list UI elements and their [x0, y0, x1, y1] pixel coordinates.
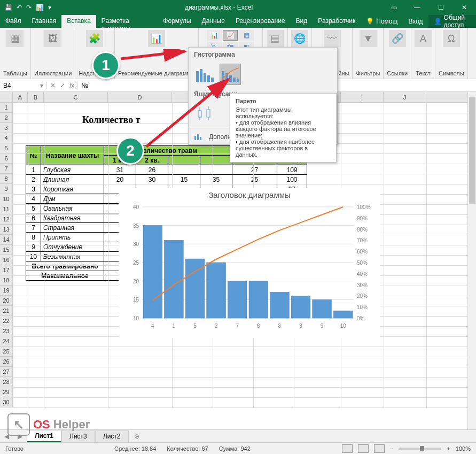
chart-title: Заголовок диаграммы — [119, 188, 380, 204]
group-links[interactable]: 🔗Ссылки — [384, 28, 411, 79]
svg-rect-54 — [237, 79, 239, 82]
svg-text:4: 4 — [151, 323, 154, 329]
svg-text:35: 35 — [133, 223, 139, 229]
sheet-tab-3[interactable]: Лист2 — [95, 430, 129, 442]
svg-text:30: 30 — [133, 241, 139, 247]
status-ready: Готово — [0, 445, 29, 452]
svg-text:50%: 50% — [357, 260, 368, 266]
svg-text:10: 10 — [340, 323, 347, 329]
chart-hierarchy-icon[interactable]: ▦ — [239, 30, 254, 41]
svg-text:40%: 40% — [357, 271, 368, 277]
tab-insert[interactable]: Вставка — [61, 15, 96, 28]
svg-text:20: 20 — [133, 279, 139, 284]
svg-text:100%: 100% — [357, 204, 371, 210]
svg-text:30%: 30% — [357, 282, 368, 288]
titlebar: 💾 ↶ ↷ 📊 ▾ диаграммы.xlsx - Excel ▭ — ☐ ✕ — [0, 0, 476, 15]
svg-text:40: 40 — [133, 204, 139, 210]
tab-pagelayout[interactable]: Разметка страницы — [96, 15, 158, 28]
svg-text:20%: 20% — [357, 293, 368, 299]
callout-2: 2 — [116, 137, 144, 165]
view-layout[interactable] — [358, 444, 369, 453]
tab-review[interactable]: Рецензирование — [230, 15, 291, 28]
svg-text:8: 8 — [278, 323, 282, 329]
row-headers[interactable]: 1234567891011121314151617181920212223242… — [0, 103, 13, 407]
tell-me[interactable]: 💡 Помощ — [361, 15, 403, 28]
svg-text:9: 9 — [321, 323, 324, 329]
svg-text:1: 1 — [173, 323, 176, 329]
minimize-icon[interactable]: — — [405, 0, 429, 15]
svg-text:2: 2 — [215, 323, 218, 329]
chart-preview: Заголовок диаграммы 101520253035400%10%2… — [119, 188, 380, 338]
chart-qat-icon[interactable]: 📊 — [36, 4, 44, 11]
group-text[interactable]: AТекст — [411, 28, 435, 79]
tab-home[interactable]: Главная — [27, 15, 62, 28]
redo-icon[interactable]: ↷ — [26, 4, 32, 11]
watermark: ↖ OSHelper — [7, 413, 90, 436]
qat-dropdown-icon[interactable]: ▾ — [48, 4, 51, 11]
close-icon[interactable]: ✕ — [452, 0, 476, 15]
menubar: Файл Главная Вставка Разметка страницы Ф… — [0, 15, 476, 28]
svg-rect-43 — [333, 311, 353, 318]
group-illustrations[interactable]: 🖼Иллюстрации — [31, 28, 75, 79]
sheet-title: Количество т — [82, 114, 141, 126]
maximize-icon[interactable]: ☐ — [429, 0, 452, 15]
enter-fx-icon[interactable]: ✓ — [60, 82, 65, 89]
svg-rect-35 — [249, 281, 268, 318]
undo-icon[interactable]: ↶ — [17, 4, 22, 11]
pareto-tooltip: Парето Этот тип диаграммы используется: … — [230, 93, 337, 163]
cursor-icon: ↖ — [7, 413, 30, 436]
vertical-scrollbar[interactable] — [467, 92, 476, 431]
svg-text:80%: 80% — [357, 227, 368, 233]
window-title: диаграммы.xlsx - Excel — [56, 4, 382, 11]
chart-bar-icon[interactable]: 📊 — [207, 30, 222, 41]
svg-text:60%: 60% — [357, 249, 368, 255]
svg-rect-31 — [207, 263, 226, 318]
svg-text:10%: 10% — [357, 304, 368, 310]
svg-text:0%: 0% — [357, 316, 365, 321]
zoom-in[interactable]: + — [447, 445, 450, 452]
ribbon-options-icon[interactable]: ▭ — [382, 0, 405, 15]
svg-line-65 — [146, 79, 229, 147]
svg-rect-41 — [313, 299, 332, 318]
svg-text:15: 15 — [133, 297, 139, 303]
view-normal[interactable] — [342, 444, 353, 453]
svg-text:10: 10 — [133, 316, 139, 321]
svg-text:7: 7 — [236, 323, 239, 329]
svg-rect-37 — [270, 292, 290, 318]
svg-text:70%: 70% — [357, 237, 368, 243]
share[interactable]: 👤 Общий доступ — [428, 15, 476, 28]
svg-text:3: 3 — [299, 323, 302, 329]
add-sheet-button[interactable]: ⊕ — [129, 433, 145, 440]
svg-rect-25 — [143, 226, 162, 318]
tab-file[interactable]: Файл — [0, 15, 27, 28]
tooltip-body: Этот тип диаграммы используется: • для о… — [236, 106, 331, 158]
svg-text:5: 5 — [193, 323, 197, 329]
svg-rect-39 — [291, 296, 310, 318]
dropdown-section-histogram: Гистограмма — [189, 48, 337, 61]
tab-formulas[interactable]: Формулы — [158, 15, 196, 28]
save-icon[interactable]: 💾 — [4, 4, 12, 11]
svg-text:25: 25 — [133, 260, 139, 266]
svg-rect-27 — [165, 240, 184, 318]
name-box[interactable]: B4▾ — [0, 82, 47, 89]
tab-developer[interactable]: Разработчик — [313, 15, 361, 28]
group-filters[interactable]: ▼Фильтры — [353, 28, 384, 79]
group-symbols[interactable]: ΩСимволы — [435, 28, 468, 79]
chart-statistical-icon[interactable]: 📈 — [223, 30, 238, 41]
signin[interactable]: Вход — [403, 15, 428, 28]
zoom-slider[interactable] — [399, 448, 441, 450]
tab-data[interactable]: Данные — [197, 15, 230, 28]
cancel-fx-icon[interactable]: ✕ — [50, 82, 56, 89]
tab-view[interactable]: Вид — [291, 15, 313, 28]
svg-text:6: 6 — [257, 323, 260, 329]
zoom-out[interactable]: − — [390, 445, 393, 452]
zoom-level[interactable]: 100% — [456, 445, 471, 452]
group-tables[interactable]: ▦Таблицы — [0, 28, 31, 79]
svg-rect-33 — [228, 281, 247, 318]
callout-1: 1 — [92, 51, 120, 79]
view-pagebreak[interactable] — [374, 444, 385, 453]
svg-text:90%: 90% — [357, 216, 368, 221]
fx-icon[interactable]: fx — [69, 82, 74, 89]
statusbar: Готово Среднее: 18,84 Количество: 67 Сум… — [0, 442, 476, 454]
svg-line-64 — [121, 51, 185, 59]
